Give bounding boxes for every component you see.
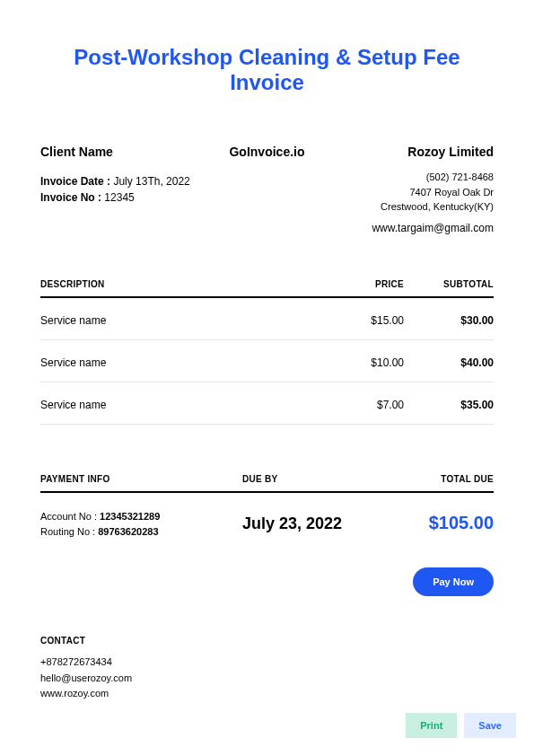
invoice-no-line: Invoice No : 12345 xyxy=(40,191,220,204)
cell-desc: Service name xyxy=(40,356,314,369)
col-price: PRICE xyxy=(314,279,404,289)
company-address-2: Crestwood, Kentucky(KY) xyxy=(314,199,494,215)
contact-site: www.rozoy.com xyxy=(40,686,132,702)
payment-header: PAYMENT INFO DUE BY TOTAL DUE xyxy=(40,474,494,493)
company-name: Rozoy Limited xyxy=(314,145,494,159)
routing-label: Routing No : xyxy=(40,526,95,537)
contact-phone: +878272673434 xyxy=(40,655,132,671)
invoice-date-value: July 13Th, 2022 xyxy=(113,175,189,188)
company-address-1: 7407 Royal Oak Dr xyxy=(314,185,494,200)
brand-name: GoInvoice.io xyxy=(220,145,314,159)
account-value: 12345321289 xyxy=(100,511,160,522)
client-name-label: Client Name xyxy=(40,145,220,159)
col-description: DESCRIPTION xyxy=(40,279,314,289)
cell-subtotal: $35.00 xyxy=(404,399,494,411)
header-row: Client Name Invoice Date : July 13Th, 20… xyxy=(40,145,494,234)
contact-block: CONTACT +878272673434 hello@userozoy.com… xyxy=(40,636,132,702)
col-subtotal: SUBTOTAL xyxy=(404,279,494,289)
table-header: DESCRIPTION PRICE SUBTOTAL xyxy=(40,279,494,298)
page-title: Post-Workshop Cleaning & Setup Fee Invoi… xyxy=(40,45,494,95)
col-total-due: TOTAL DUE xyxy=(386,474,494,484)
company-site: www.targaim@gmail.com xyxy=(314,222,494,234)
contact-email: hello@userozoy.com xyxy=(40,671,132,687)
cell-price: $7.00 xyxy=(314,399,404,411)
due-by-value: July 23, 2022 xyxy=(242,509,386,533)
save-button[interactable]: Save xyxy=(464,713,516,738)
invoice-date-line: Invoice Date : July 13Th, 2022 xyxy=(40,175,220,188)
routing-value: 89763620283 xyxy=(98,526,158,537)
company-phone: (502) 721-8468 xyxy=(314,170,494,185)
table-row: Service name $15.00 $30.00 xyxy=(40,298,494,340)
account-line: Account No : 12345321289 xyxy=(40,509,242,525)
payment-body: Account No : 12345321289 Routing No : 89… xyxy=(40,493,494,541)
action-bar: Print Save xyxy=(406,713,516,738)
invoice-no-label: Invoice No : xyxy=(40,191,101,204)
col-due-by: DUE BY xyxy=(242,474,386,484)
pay-now-button[interactable]: Pay Now xyxy=(413,567,494,596)
table-row: Service name $7.00 $35.00 xyxy=(40,382,494,425)
cell-subtotal: $30.00 xyxy=(404,314,494,327)
table-row: Service name $10.00 $40.00 xyxy=(40,340,494,382)
cell-desc: Service name xyxy=(40,399,314,411)
cell-price: $15.00 xyxy=(314,314,404,327)
contact-header: CONTACT xyxy=(40,636,132,646)
cell-desc: Service name xyxy=(40,314,314,327)
invoice-no-value: 12345 xyxy=(104,191,134,204)
cell-subtotal: $40.00 xyxy=(404,356,494,369)
cell-price: $10.00 xyxy=(314,356,404,369)
account-label: Account No : xyxy=(40,511,97,522)
routing-line: Routing No : 89763620283 xyxy=(40,524,242,541)
invoice-date-label: Invoice Date : xyxy=(40,175,110,188)
col-payment-info: PAYMENT INFO xyxy=(40,474,242,484)
total-due-value: $105.00 xyxy=(386,509,494,533)
print-button[interactable]: Print xyxy=(406,713,457,738)
